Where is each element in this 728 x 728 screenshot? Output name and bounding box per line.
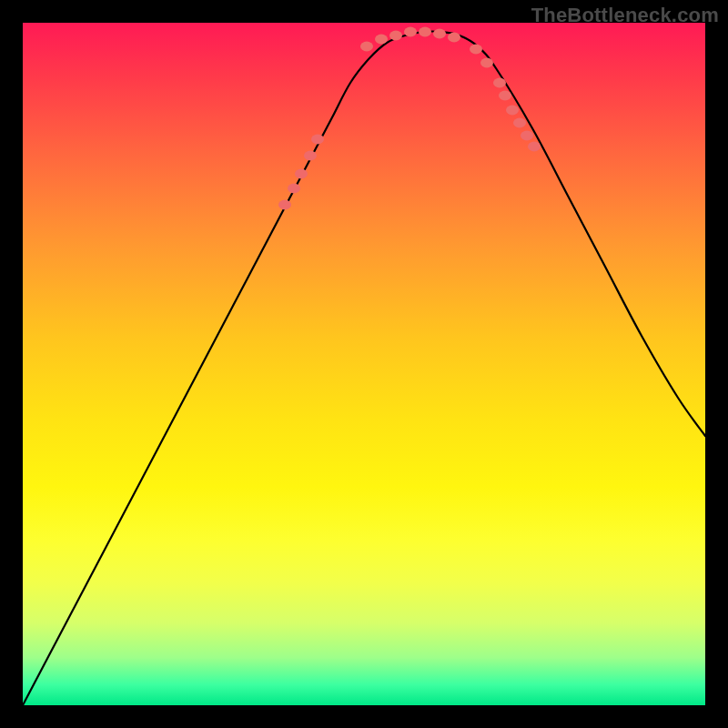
curve-marker (499, 91, 511, 101)
marker-group (278, 27, 541, 210)
curve-marker (278, 200, 291, 210)
chart-frame: TheBottleneck.com (0, 0, 728, 728)
bottleneck-curve (23, 31, 705, 705)
curve-marker (433, 29, 446, 39)
curve-marker (493, 78, 506, 88)
curve-marker (506, 106, 519, 116)
curve-marker (521, 131, 533, 141)
plot-area (23, 23, 705, 705)
curve-marker (389, 31, 402, 41)
curve-marker (295, 169, 308, 179)
curve-marker (448, 33, 460, 43)
curve-marker (375, 35, 388, 45)
curve-marker (360, 42, 373, 52)
curve-marker (513, 118, 526, 128)
curve-marker (470, 45, 482, 55)
curve-marker (304, 151, 317, 161)
curve-marker (311, 135, 324, 145)
curve-marker (288, 184, 300, 194)
curve-marker (404, 27, 417, 37)
curve-marker (528, 142, 541, 152)
curve-marker (419, 27, 431, 37)
curve-layer (23, 23, 705, 705)
curve-marker (480, 58, 493, 68)
